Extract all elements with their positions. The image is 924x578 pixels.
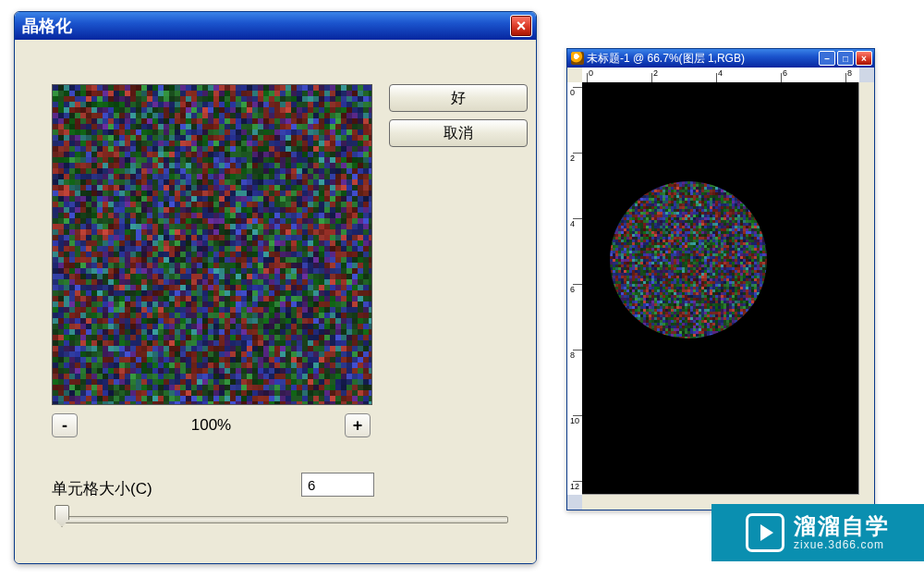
cancel-button[interactable]: 取消 bbox=[389, 119, 528, 147]
maximize-icon[interactable]: □ bbox=[837, 51, 854, 66]
filter-preview bbox=[52, 84, 372, 405]
ok-button[interactable]: 好 bbox=[389, 84, 528, 112]
zoom-out-button[interactable]: - bbox=[52, 413, 78, 437]
cell-size-text: 单元格大小(C) bbox=[52, 478, 152, 499]
dialog-title: 晶格化 bbox=[22, 15, 510, 37]
dialog-titlebar[interactable]: 晶格化 × bbox=[15, 12, 536, 40]
play-icon bbox=[746, 513, 784, 552]
watermark-sub: zixue.3d66.com bbox=[794, 539, 884, 551]
dialog-buttons: 好 取消 bbox=[389, 84, 528, 147]
crystallize-dialog: 晶格化 × - 100% + 单元格大小(C) 好 取消 bbox=[14, 11, 537, 564]
minimize-icon[interactable]: – bbox=[819, 51, 835, 66]
app-icon bbox=[571, 52, 584, 65]
preview-canvas bbox=[53, 85, 371, 404]
dialog-body: - 100% + 单元格大小(C) 好 取消 bbox=[15, 40, 536, 563]
ruler-left: 024681012 bbox=[567, 82, 583, 495]
vertical-scrollbar[interactable] bbox=[858, 82, 874, 495]
cell-size-input[interactable] bbox=[301, 473, 374, 497]
document-canvas bbox=[582, 82, 859, 495]
noise-circle bbox=[610, 181, 767, 338]
doc-title: 未标题-1 @ 66.7%(图层 1,RGB) bbox=[587, 51, 817, 67]
watermark-badge: 溜溜自学 zixue.3d66.com bbox=[711, 504, 924, 561]
slider-thumb[interactable] bbox=[55, 505, 69, 527]
cell-size-slider[interactable] bbox=[52, 507, 514, 531]
doc-titlebar[interactable]: 未标题-1 @ 66.7%(图层 1,RGB) – □ × bbox=[567, 49, 874, 68]
watermark-main: 溜溜自学 bbox=[794, 514, 890, 538]
doc-close-icon[interactable]: × bbox=[856, 51, 872, 66]
ruler-top: 02468 bbox=[582, 68, 859, 83]
zoom-controls: - 100% + bbox=[52, 410, 371, 441]
zoom-level: 100% bbox=[191, 416, 231, 435]
close-icon[interactable]: × bbox=[510, 15, 532, 37]
zoom-in-button[interactable]: + bbox=[345, 413, 371, 437]
slider-track bbox=[57, 516, 508, 523]
document-window: 未标题-1 @ 66.7%(图层 1,RGB) – □ × 02468 0246… bbox=[566, 48, 875, 510]
ruler-corner bbox=[567, 68, 583, 83]
